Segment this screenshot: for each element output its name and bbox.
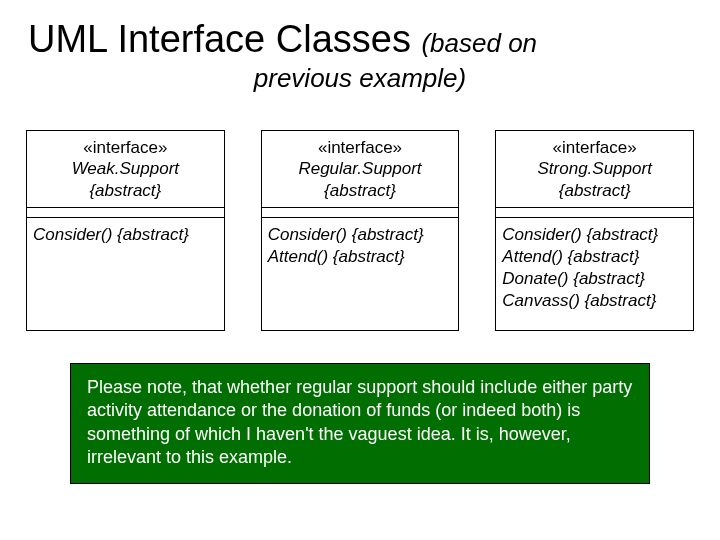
uml-operations: Consider() {abstract} <box>27 218 224 330</box>
uml-operations: Consider() {abstract} Attend() {abstract… <box>496 218 693 330</box>
slide-title-block: UML Interface Classes (based on previous… <box>0 0 720 94</box>
uml-head: «interface» Strong.Support {abstract} <box>496 131 693 208</box>
stereotype-label: «interface» <box>31 137 220 158</box>
uml-attributes-empty <box>496 208 693 218</box>
uml-head: «interface» Weak.Support {abstract} <box>27 131 224 208</box>
uml-class-weak-support: «interface» Weak.Support {abstract} Cons… <box>26 130 225 331</box>
class-name: Strong.Support <box>500 158 689 179</box>
uml-class-strong-support: «interface» Strong.Support {abstract} Co… <box>495 130 694 331</box>
stereotype-label: «interface» <box>266 137 455 158</box>
operation: Attend() {abstract} <box>268 246 453 268</box>
title-sub-line2: previous example) <box>28 63 692 94</box>
operation: Donate() {abstract} <box>502 268 687 290</box>
abstract-marker: {abstract} <box>31 180 220 201</box>
operation: Attend() {abstract} <box>502 246 687 268</box>
note-container: Please note, that whether regular suppor… <box>0 331 720 485</box>
class-name: Regular.Support <box>266 158 455 179</box>
explanatory-note: Please note, that whether regular suppor… <box>70 363 650 485</box>
abstract-marker: {abstract} <box>266 180 455 201</box>
operation: Canvass() {abstract} <box>502 290 687 312</box>
uml-operations: Consider() {abstract} Attend() {abstract… <box>262 218 459 330</box>
uml-boxes-row: «interface» Weak.Support {abstract} Cons… <box>0 94 720 331</box>
uml-attributes-empty <box>27 208 224 218</box>
stereotype-label: «interface» <box>500 137 689 158</box>
uml-attributes-empty <box>262 208 459 218</box>
uml-class-regular-support: «interface» Regular.Support {abstract} C… <box>261 130 460 331</box>
operation: Consider() {abstract} <box>502 224 687 246</box>
title-main: UML Interface Classes <box>28 18 411 60</box>
operation: Consider() {abstract} <box>268 224 453 246</box>
title-sub-inline: (based on <box>421 28 537 58</box>
abstract-marker: {abstract} <box>500 180 689 201</box>
operation: Consider() {abstract} <box>33 224 218 246</box>
class-name: Weak.Support <box>31 158 220 179</box>
uml-head: «interface» Regular.Support {abstract} <box>262 131 459 208</box>
